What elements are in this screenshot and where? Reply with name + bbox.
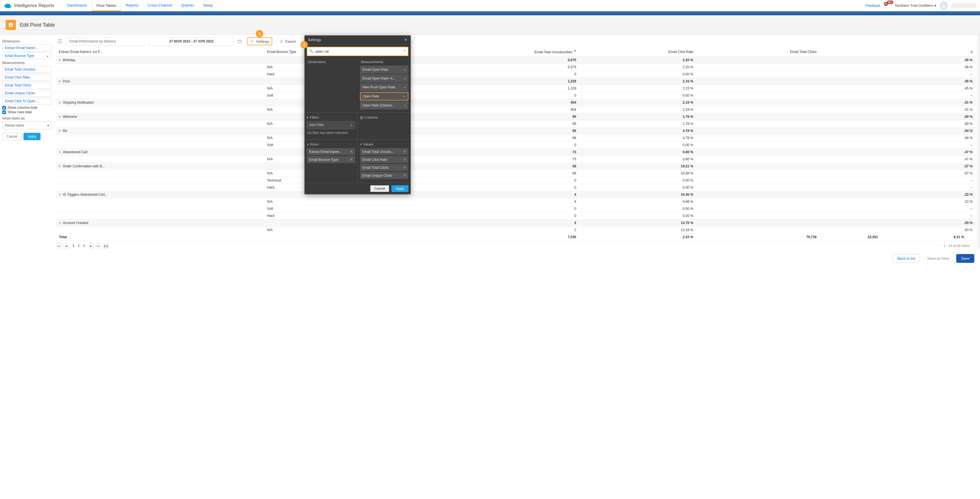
org-selector[interactable]: Northern Trail Outfitters ▾ (895, 3, 936, 8)
nav-tab-cross-channel[interactable]: Cross-Channel (143, 0, 177, 11)
caret-down-icon: ▾ (59, 115, 62, 119)
dates-select[interactable]: Period name▾ (2, 121, 52, 129)
table-row: Hard00.00 %-- (56, 71, 975, 78)
show-columns-total-checkbox[interactable]: Show columns total (2, 106, 52, 110)
measurement-result[interactable]: Open Rate+3 (360, 92, 409, 100)
notifications-button[interactable]: 99+ (884, 2, 892, 10)
page-number[interactable]: 1 (71, 243, 76, 248)
pill[interactable]: Email Click Rate (2, 74, 52, 81)
table-row: N/A951.78 %.60 % (56, 120, 975, 127)
column-header[interactable]: Email Total Clicks (696, 47, 819, 57)
remove-icon[interactable]: ✕ (403, 165, 406, 170)
back-to-list-button[interactable]: Back to list (892, 254, 920, 263)
export-button[interactable]: Export (277, 38, 298, 45)
page-number[interactable]: 2 (76, 243, 81, 248)
sidebar-apply-button[interactable]: Apply (24, 133, 40, 140)
save-button[interactable]: Save (956, 254, 974, 263)
page-number[interactable]: 3 (81, 243, 87, 248)
table-group-row[interactable]: ▾Birthday5,5752.20 %.56 % (56, 57, 975, 64)
avatar[interactable] (940, 2, 948, 10)
pill[interactable]: Email Unique Clicks (2, 90, 52, 97)
nav-tab-setup[interactable]: Setup (199, 0, 217, 11)
table-group-row[interactable]: ▾IS Triggers Abandoned Cart...410.45 %.2… (56, 191, 975, 198)
checkbox[interactable] (2, 106, 6, 110)
chip[interactable]: Email Click Rate✕ (360, 156, 409, 163)
measurement-result[interactable]: Email Open Rate- K...+ (360, 75, 409, 83)
pill[interactable]: Email Bounce Type▾ (2, 52, 52, 59)
measurement-result[interactable]: Email Open Rate+ (360, 66, 409, 74)
chip[interactable]: Email Unique Clicks✕ (360, 172, 409, 179)
notification-badge: 99+ (887, 0, 893, 4)
column-header[interactable]: e (881, 47, 975, 57)
measurement-result[interactable]: Open Rate (Opens/...+ (360, 102, 409, 109)
pill[interactable]: Email Click To Open ... (2, 98, 52, 105)
calendar-icon[interactable] (237, 39, 242, 44)
remove-icon[interactable]: ✕ (403, 157, 406, 162)
panel-search-input[interactable] (307, 47, 409, 56)
close-icon[interactable]: ✕ (404, 38, 407, 42)
feedback-link[interactable]: Feedback (865, 4, 881, 8)
table-group-row[interactable]: ▾Shipping Notification4042.19 %.51 % (56, 99, 975, 106)
table-group-row[interactable]: ▾Welcome951.78 %.60 % (56, 113, 975, 120)
chip[interactable]: Email Total Clicks✕ (360, 164, 409, 171)
table-group-row[interactable]: ▾Account Created213.70 %.83 % (56, 219, 975, 227)
date-range-picker[interactable]: 27 MAR 2022 - 27 APR 2022 (149, 37, 234, 46)
table-row: N/A49.86 %.22 % (56, 198, 975, 205)
page-first-button[interactable]: ⏮ (56, 243, 62, 249)
columns-section: ▥Columns (358, 113, 411, 139)
panel-apply-button[interactable]: Apply (391, 185, 409, 192)
remove-icon[interactable]: ✕ (350, 157, 353, 162)
column-header[interactable]: Extract Email Name's 1st P... (56, 47, 264, 57)
page-last-button[interactable]: ⏭ (96, 243, 102, 249)
table-group-row[interactable]: ▾Post1,2282.15 %.45 % (56, 78, 975, 85)
columns-icon: ▥ (360, 116, 363, 119)
nav-tab-pivot-tables[interactable]: Pivot Tables (92, 0, 121, 11)
panel-cancel-button[interactable]: Cancel (370, 185, 389, 192)
table-row: N/A4042.19 %.51 % (56, 106, 975, 113)
remove-icon[interactable]: ✕ (403, 149, 406, 154)
chip[interactable]: Email Total Unsubs...✕ (360, 148, 409, 155)
table-row: Hard00.00 %-- (56, 212, 975, 219)
settings-button[interactable]: Settings (247, 37, 272, 45)
footer-buttons: Back to list Save as New Save (892, 254, 974, 263)
nav-tab-dashboards[interactable]: Dashboards (63, 0, 91, 11)
vertical-scrollbar[interactable] (978, 35, 980, 249)
pill[interactable]: Email Total Clicks (2, 82, 52, 89)
add-filter-button[interactable]: Add Filter+ (307, 121, 355, 129)
nav-tab-queries[interactable]: Queries (177, 0, 199, 11)
filter-icon: ▾ (307, 116, 309, 119)
search-icon: 🔍 (309, 49, 313, 53)
plus-icon: + (403, 94, 406, 99)
table-group-row[interactable]: ▾Order Confirmation with B...6819.21 %.6… (56, 163, 975, 170)
page-next-button[interactable]: ▶ (88, 243, 94, 249)
chip[interactable]: Extract Email Name...✕ (307, 148, 355, 155)
nav-tab-reports[interactable]: Reports (121, 0, 143, 11)
table-group-row[interactable]: ▾Abandoned Cart730.80 %.47 % (56, 149, 975, 156)
svg-point-9 (251, 41, 253, 42)
dimensions-results: Dimensions (304, 58, 358, 113)
brand-band (0, 11, 980, 15)
page-prev-button[interactable]: ◀ (64, 243, 69, 249)
column-header[interactable]: Email Total Unsubscribes▼ (398, 47, 579, 57)
measurement-result[interactable]: New Push Open Rate+ (360, 83, 409, 91)
column-header[interactable]: Email Click Rate (579, 47, 696, 57)
caret-down-icon: ▾ (59, 192, 62, 197)
sidebar-cancel-button[interactable]: Cancel (2, 133, 21, 140)
checkbox[interactable] (2, 110, 6, 114)
svg-rect-7 (11, 25, 12, 26)
list-toggle-icon[interactable] (56, 38, 63, 45)
chip[interactable]: Email Bounce Type✕ (307, 156, 355, 163)
table-group-row[interactable]: ▾Re864.78 %.94 % (56, 127, 975, 135)
clear-search-icon[interactable]: ✕ (403, 49, 406, 52)
pill[interactable]: Email Total Unsubsc... (2, 66, 52, 73)
page-title: Edit Pivot Table (20, 22, 55, 28)
pill[interactable]: Extract Email Name'... (2, 44, 52, 51)
show-rows-total-checkbox[interactable]: Show rows total (2, 110, 52, 114)
toolbar: 27 MAR 2022 - 27 APR 2022 1 Settings Exp… (56, 37, 975, 46)
remove-icon[interactable]: ✕ (350, 149, 353, 154)
dimensions-label: Dimensions (2, 40, 52, 43)
page-pause-button[interactable]: ❚❚ (103, 243, 109, 249)
remove-icon[interactable]: ✕ (403, 173, 406, 178)
save-as-new-button[interactable]: Save as New (923, 254, 954, 263)
pivot-name-input[interactable] (66, 37, 146, 46)
